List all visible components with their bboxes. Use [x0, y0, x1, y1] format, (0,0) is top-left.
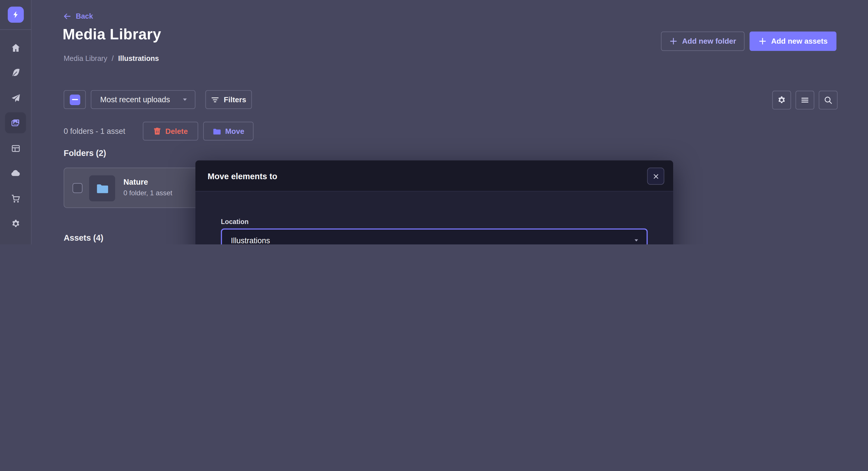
modal-title: Move elements to — [208, 171, 277, 181]
plus-icon — [670, 37, 678, 45]
folder-icon — [96, 182, 108, 195]
move-label: Move — [225, 127, 244, 135]
list-icon — [801, 96, 809, 105]
sidebar-item-releases[interactable] — [5, 87, 26, 108]
strapi-logo[interactable] — [8, 7, 24, 23]
sort-select[interactable]: Most recent uploads — [91, 90, 195, 109]
sidebar-item-settings[interactable] — [5, 213, 26, 234]
folder-meta: 0 folder, 1 asset — [124, 189, 173, 197]
search-icon — [824, 96, 833, 105]
cart-icon — [11, 194, 21, 203]
layout-icon — [11, 144, 21, 153]
sidebar-item-content[interactable] — [5, 62, 26, 83]
breadcrumb-current: Illustrations — [118, 54, 159, 63]
folder-checkbox[interactable] — [72, 183, 83, 193]
cloud-icon — [11, 168, 21, 178]
caret-down-icon — [182, 97, 188, 102]
folders-heading: Folders (2) — [64, 148, 106, 158]
home-icon — [11, 43, 21, 52]
sort-select-value: Most recent uploads — [100, 95, 170, 104]
checkbox-indeterminate-icon — [69, 94, 80, 105]
back-label: Back — [76, 12, 93, 21]
plus-icon — [758, 37, 767, 45]
media-library-icon — [11, 118, 21, 128]
arrow-left-icon — [63, 12, 71, 21]
back-link[interactable]: Back — [63, 12, 93, 21]
media-library-app: KD Back Media Library Media Library / Il… — [0, 0, 868, 244]
breadcrumb-separator: / — [112, 54, 114, 63]
paper-plane-icon — [11, 93, 21, 103]
feather-icon — [11, 68, 21, 77]
gear-icon — [11, 219, 21, 228]
filters-label: Filters — [224, 95, 246, 104]
gear-icon — [777, 96, 786, 105]
selection-summary: 0 folders - 1 asset — [64, 122, 125, 140]
modal-header: Move elements to — [195, 161, 673, 192]
add-new-folder-button[interactable]: Add new folder — [661, 32, 745, 51]
move-button[interactable]: Move — [203, 122, 253, 140]
search-button[interactable] — [819, 91, 838, 109]
breadcrumb-root[interactable]: Media Library — [64, 54, 107, 63]
close-icon — [652, 173, 659, 179]
sidebar: KD — [0, 0, 32, 244]
caret-down-icon — [634, 238, 639, 243]
sidebar-item-media-library[interactable] — [5, 112, 26, 133]
sidebar-item-home[interactable] — [5, 37, 26, 58]
sidebar-item-deploy[interactable] — [5, 163, 26, 183]
breadcrumb: Media Library / Illustrations — [64, 54, 159, 63]
folder-name: Nature — [124, 177, 148, 187]
close-button[interactable] — [647, 168, 664, 185]
filter-icon — [211, 95, 219, 104]
modal-body: Location Illustrations — [195, 191, 673, 244]
sidebar-divider — [0, 29, 32, 30]
settings-button[interactable] — [772, 91, 791, 109]
folder-tile — [89, 175, 115, 202]
location-combobox[interactable]: Illustrations — [221, 228, 648, 244]
page-title: Media Library — [63, 26, 161, 43]
location-value: Illustrations — [231, 236, 270, 244]
filters-button[interactable]: Filters — [206, 90, 252, 109]
move-elements-modal: Move elements to Location Illustrations … — [195, 161, 673, 244]
strapi-bolt-icon — [11, 11, 20, 19]
delete-button[interactable]: Delete — [143, 122, 198, 140]
add-new-assets-label: Add new assets — [771, 37, 828, 45]
delete-label: Delete — [165, 127, 188, 135]
select-all-checkbox[interactable] — [64, 90, 86, 109]
sidebar-item-marketplace[interactable] — [5, 188, 26, 209]
add-new-folder-label: Add new folder — [682, 37, 736, 45]
location-label: Location — [221, 218, 248, 226]
assets-heading: Assets (4) — [64, 233, 103, 242]
add-new-assets-button[interactable]: Add new assets — [750, 32, 836, 51]
sidebar-item-content-type-builder[interactable] — [5, 138, 26, 159]
list-view-button[interactable] — [796, 91, 814, 109]
folder-icon — [212, 127, 221, 135]
trash-icon — [153, 127, 161, 135]
